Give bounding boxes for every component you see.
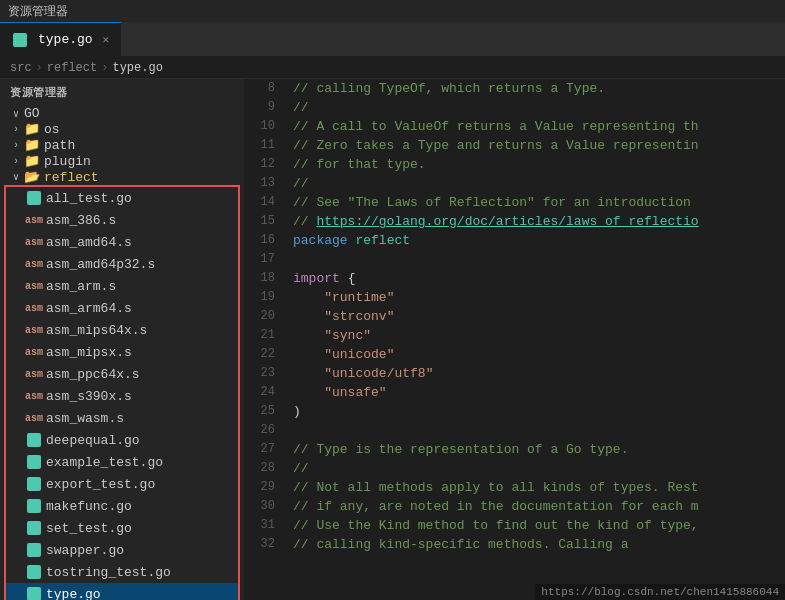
- tree-item-all-test-go[interactable]: all_test.go: [6, 187, 238, 209]
- svg-rect-0: [13, 33, 27, 47]
- breadcrumb-part-reflect[interactable]: reflect: [47, 61, 97, 75]
- code-line-12: 12 // for that type.: [245, 155, 785, 174]
- label-asm-amd64: asm_amd64.s: [46, 235, 132, 250]
- tree-item-asm-386[interactable]: asm asm_386.s: [6, 209, 238, 231]
- top-bar: 资源管理器: [0, 0, 785, 22]
- icon-all-test: [26, 190, 42, 206]
- tree-item-asm-ppc64x[interactable]: asm asm_ppc64x.s: [6, 363, 238, 385]
- icon-asm-ppc64x: asm: [26, 366, 42, 382]
- tree-label-os: os: [44, 122, 60, 137]
- folder-icon-plugin: 📁: [24, 153, 40, 169]
- tab-label: type.go: [38, 32, 93, 47]
- icon-tostring-test: [26, 564, 42, 580]
- label-asm-mips64x: asm_mips64x.s: [46, 323, 147, 338]
- tree-item-deepequal[interactable]: deepequal.go: [6, 429, 238, 451]
- code-line-15: 15 // https://golang.org/doc/articles/la…: [245, 212, 785, 231]
- svg-rect-7: [27, 543, 41, 557]
- tree-item-asm-s390x[interactable]: asm asm_s390x.s: [6, 385, 238, 407]
- label-asm-arm: asm_arm.s: [46, 279, 116, 294]
- label-swapper: swapper.go: [46, 543, 124, 558]
- tree-item-plugin[interactable]: › 📁 plugin: [0, 153, 244, 169]
- code-line-19: 19 "runtime": [245, 288, 785, 307]
- tree-item-makefunc[interactable]: makefunc.go: [6, 495, 238, 517]
- folder-icon-os: 📁: [24, 121, 40, 137]
- svg-rect-9: [27, 587, 41, 600]
- tree-item-asm-arm[interactable]: asm asm_arm.s: [6, 275, 238, 297]
- svg-rect-6: [27, 521, 41, 535]
- reflect-group: all_test.go asm asm_386.s asm asm_amd64.…: [4, 185, 240, 600]
- code-line-14: 14 // See "The Laws of Reflection" for a…: [245, 193, 785, 212]
- code-line-22: 22 "unicode": [245, 345, 785, 364]
- arrow-reflect: ∨: [8, 171, 24, 183]
- tree-item-tostring-test[interactable]: tostring_test.go: [6, 561, 238, 583]
- code-line-9: 9 //: [245, 98, 785, 117]
- icon-asm-arm64: asm: [26, 300, 42, 316]
- icon-example-test: [26, 454, 42, 470]
- tree-item-asm-arm64[interactable]: asm asm_arm64.s: [6, 297, 238, 319]
- code-line-28: 28 //: [245, 459, 785, 478]
- svg-rect-4: [27, 477, 41, 491]
- tab-close-button[interactable]: ✕: [103, 33, 110, 46]
- icon-asm-arm: asm: [26, 278, 42, 294]
- code-line-13: 13 //: [245, 174, 785, 193]
- tree-item-asm-wasm[interactable]: asm asm_wasm.s: [6, 407, 238, 429]
- tree-root-go[interactable]: ∨ GO: [0, 106, 244, 121]
- icon-deepequal: [26, 432, 42, 448]
- tree-item-asm-mips64x[interactable]: asm asm_mips64x.s: [6, 319, 238, 341]
- label-asm-386: asm_386.s: [46, 213, 116, 228]
- svg-rect-3: [27, 455, 41, 469]
- tab-type-go[interactable]: type.go ✕: [0, 22, 121, 56]
- watermark: https://blog.csdn.net/chen1415886044: [535, 584, 785, 600]
- tree-item-set-test[interactable]: set_test.go: [6, 517, 238, 539]
- tab-bar: type.go ✕: [0, 22, 785, 57]
- folder-icon-reflect: 📂: [24, 169, 40, 185]
- tree-item-asm-mipsx[interactable]: asm asm_mipsx.s: [6, 341, 238, 363]
- icon-makefunc: [26, 498, 42, 514]
- label-example-test: example_test.go: [46, 455, 163, 470]
- tree-root-label: GO: [24, 106, 40, 121]
- svg-rect-1: [27, 191, 41, 205]
- icon-set-test: [26, 520, 42, 536]
- label-all-test-go: all_test.go: [46, 191, 132, 206]
- code-line-17: 17: [245, 250, 785, 269]
- tree-item-os[interactable]: › 📁 os: [0, 121, 244, 137]
- code-line-29: 29 // Not all methods apply to all kinds…: [245, 478, 785, 497]
- code-line-31: 31 // Use the Kind method to find out th…: [245, 516, 785, 535]
- icon-swapper: [26, 542, 42, 558]
- tree-item-type-go[interactable]: type.go: [6, 583, 238, 600]
- icon-export-test: [26, 476, 42, 492]
- breadcrumb-part-src[interactable]: src: [10, 61, 32, 75]
- label-deepequal: deepequal.go: [46, 433, 140, 448]
- breadcrumb-part-file[interactable]: type.go: [112, 61, 162, 75]
- label-asm-wasm: asm_wasm.s: [46, 411, 124, 426]
- code-line-25: 25 ): [245, 402, 785, 421]
- tree-item-swapper[interactable]: swapper.go: [6, 539, 238, 561]
- tree-item-example-test[interactable]: example_test.go: [6, 451, 238, 473]
- tree-label-plugin: plugin: [44, 154, 91, 169]
- arrow-path: ›: [8, 140, 24, 151]
- tree-item-reflect[interactable]: ∨ 📂 reflect: [0, 169, 244, 185]
- sidebar: 资源管理器 ∨ GO › 📁 os › 📁 path › 📁 plugin ∨ …: [0, 79, 245, 600]
- code-area[interactable]: 8 // calling TypeOf, which returns a Typ…: [245, 79, 785, 600]
- icon-asm-386: asm: [26, 212, 42, 228]
- label-set-test: set_test.go: [46, 521, 132, 536]
- tree-item-path[interactable]: › 📁 path: [0, 137, 244, 153]
- svg-rect-5: [27, 499, 41, 513]
- icon-asm-mips64x: asm: [26, 322, 42, 338]
- code-line-30: 30 // if any, are noted in the documenta…: [245, 497, 785, 516]
- breadcrumb: src › reflect › type.go: [0, 57, 785, 79]
- svg-rect-2: [27, 433, 41, 447]
- label-asm-amd64p32: asm_amd64p32.s: [46, 257, 155, 272]
- tree-item-export-test[interactable]: export_test.go: [6, 473, 238, 495]
- tree-item-asm-amd64[interactable]: asm asm_amd64.s: [6, 231, 238, 253]
- arrow-os: ›: [8, 124, 24, 135]
- breadcrumb-sep-1: ›: [36, 61, 43, 75]
- breadcrumb-sep-2: ›: [101, 61, 108, 75]
- tab-file-icon: [12, 32, 28, 48]
- label-type-go: type.go: [46, 587, 101, 601]
- code-editor: 8 // calling TypeOf, which returns a Typ…: [245, 79, 785, 600]
- code-line-20: 20 "strconv": [245, 307, 785, 326]
- arrow-plugin: ›: [8, 156, 24, 167]
- tree-item-asm-amd64p32[interactable]: asm asm_amd64p32.s: [6, 253, 238, 275]
- tree-label-path: path: [44, 138, 75, 153]
